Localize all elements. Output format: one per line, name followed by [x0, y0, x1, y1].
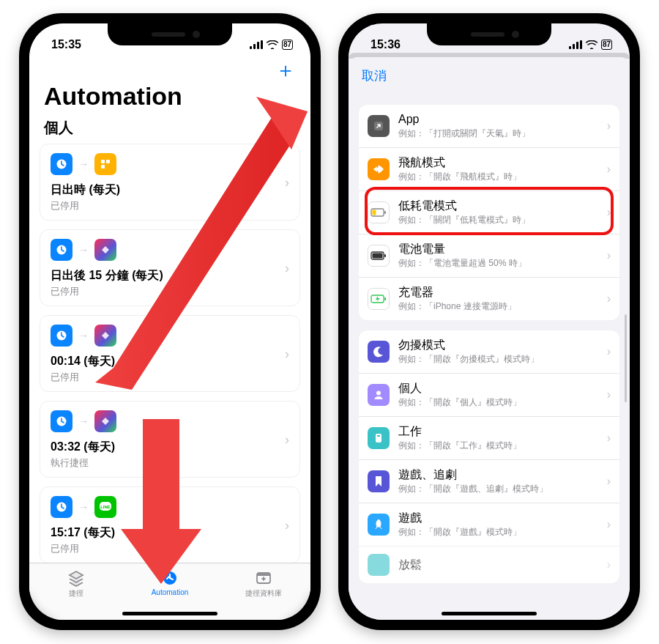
home-indicator[interactable]	[122, 612, 217, 615]
airplane-icon	[368, 158, 390, 180]
trigger-picker-sheet: 取消 App例如：「打開或關閉『天氣』時」 › 飛航模式例如：「開啟『飛航模式』…	[349, 57, 630, 620]
row-title: 個人	[398, 381, 598, 396]
automation-title: 03:32 (每天)	[51, 440, 289, 455]
tab-gallery[interactable]: 捷徑資料庫	[217, 569, 310, 599]
cancel-button[interactable]: 取消	[349, 57, 630, 95]
chevron-right-icon: ›	[285, 346, 289, 361]
row-title: App	[398, 112, 598, 127]
line-app-icon: LINE	[94, 496, 116, 518]
row-title: 工作	[398, 424, 598, 439]
stack-icon	[67, 569, 86, 587]
arrow-right-icon: →	[78, 244, 89, 256]
trigger-list[interactable]: App例如：「打開或關閉『天氣』時」 › 飛航模式例如：「開啟『飛航模式』時」 …	[349, 95, 630, 620]
row-title: 遊戲	[398, 511, 598, 525]
automation-card[interactable]: → 日出時 (每天) 已停用 ›	[40, 144, 300, 221]
svg-rect-22	[573, 44, 575, 49]
shortcuts-app-icon	[94, 239, 116, 261]
clock-icon	[51, 410, 72, 432]
section-personal: 個人	[29, 114, 310, 144]
automation-card[interactable]: → 03:32 (每天) 執行捷徑 ›	[40, 401, 300, 478]
trigger-row-game[interactable]: 遊戲例如：「開啟『遊戲』模式時」 ›	[359, 503, 619, 546]
svg-rect-24	[580, 40, 582, 49]
svg-rect-21	[569, 46, 571, 49]
trigger-row-game-drama[interactable]: 遊戲、追劇例如：「開啟『遊戲、追劇』模式時」 ›	[359, 459, 619, 503]
trigger-row-personal[interactable]: 個人例如：「開啟『個人』模式時」 ›	[359, 373, 619, 416]
badge-icon	[368, 427, 390, 449]
chevron-right-icon: ›	[607, 475, 611, 488]
rocket-icon	[368, 514, 390, 536]
row-title: 遊戲、追劇	[398, 467, 598, 482]
automation-title: 00:14 (每天)	[51, 354, 289, 369]
app-icon	[94, 153, 116, 175]
row-subtitle: 例如：「iPhone 連接電源時」	[398, 300, 598, 313]
trigger-row-battery-level[interactable]: 電池電量例如：「電池電量超過 50% 時」 ›	[359, 234, 619, 277]
signal-icon	[250, 40, 263, 49]
tab-shortcuts[interactable]: 捷徑	[30, 569, 123, 599]
chevron-right-icon: ›	[607, 206, 611, 219]
trigger-row-airplane[interactable]: 飛航模式例如：「開啟『飛航模式』時」 ›	[359, 147, 619, 190]
chevron-right-icon: ›	[607, 432, 611, 445]
automation-card[interactable]: → 00:14 (每天) 已停用 ›	[40, 315, 300, 392]
row-subtitle: 例如：「電池電量超過 50% 時」	[398, 257, 598, 270]
clock-icon	[51, 153, 72, 175]
signal-icon	[569, 40, 582, 49]
trigger-row-relax[interactable]: 放鬆 ›	[359, 546, 619, 583]
row-subtitle: 例如：「開啟『遊戲』模式時」	[398, 526, 598, 538]
automation-card[interactable]: → 日出後 15 分鐘 (每天) 已停用 ›	[40, 229, 300, 306]
svg-text:LINE: LINE	[100, 505, 111, 509]
row-subtitle: 例如：「打開或關閉『天氣』時」	[398, 127, 598, 140]
row-subtitle: 例如：「開啟『工作』模式時」	[398, 440, 598, 452]
svg-rect-33	[384, 297, 386, 300]
wifi-icon	[586, 40, 597, 49]
chevron-right-icon: ›	[607, 249, 611, 262]
automation-subtitle: 已停用	[51, 285, 289, 298]
svg-rect-35	[376, 434, 381, 443]
wifi-icon	[267, 40, 278, 49]
svg-rect-6	[106, 160, 110, 163]
shortcuts-app-icon	[94, 410, 116, 432]
chevron-right-icon: ›	[607, 558, 611, 571]
battery-level-icon	[368, 245, 390, 267]
automation-card[interactable]: → LINE 15:17 (每天) 已停用 ›	[40, 486, 300, 563]
chevron-right-icon: ›	[607, 119, 611, 133]
add-automation-button[interactable]: ＋	[275, 60, 296, 81]
tab-label: 捷徑資料庫	[245, 588, 282, 599]
bookmark-icon	[368, 470, 390, 492]
battery-indicator: 87	[601, 40, 612, 50]
row-subtitle: 例如：「開啟『飛航模式』時」	[398, 171, 598, 183]
svg-rect-5	[101, 160, 105, 163]
row-title: 充電器	[398, 285, 598, 300]
person-icon	[368, 384, 390, 406]
svg-rect-31	[373, 253, 383, 259]
automation-title: 日出時 (每天)	[51, 182, 289, 198]
automation-subtitle: 已停用	[51, 542, 289, 555]
trigger-row-low-power[interactable]: 低耗電模式例如：「關閉『低耗電模式』時」 ›	[359, 190, 619, 234]
svg-rect-16	[257, 573, 270, 576]
automation-subtitle: 已停用	[51, 199, 289, 212]
shortcuts-app-icon	[94, 325, 116, 347]
trigger-row-charger[interactable]: 充電器例如：「iPhone 連接電源時」 ›	[359, 277, 619, 320]
gallery-icon	[254, 569, 273, 587]
row-title: 飛航模式	[398, 155, 598, 170]
chevron-right-icon: ›	[607, 163, 611, 176]
svg-rect-1	[253, 44, 256, 49]
chevron-right-icon: ›	[607, 388, 611, 401]
scrollbar[interactable]	[625, 314, 627, 402]
chevron-right-icon: ›	[285, 432, 289, 447]
arrow-right-icon: →	[78, 158, 89, 170]
automation-list[interactable]: → 日出時 (每天) 已停用 › → 日出後 15 分鐘 (每天) 已停用 ›	[29, 144, 310, 563]
trigger-row-dnd[interactable]: 勿擾模式例如：「開啟『勿擾模式』模式時」 ›	[359, 330, 619, 373]
row-title: 低耗電模式	[398, 199, 598, 213]
trigger-row-work[interactable]: 工作例如：「開啟『工作』模式時」 ›	[359, 416, 619, 459]
svg-rect-23	[576, 42, 578, 49]
chevron-right-icon: ›	[607, 345, 611, 358]
arrow-right-icon: →	[78, 415, 89, 427]
trigger-row-app[interactable]: App例如：「打開或關閉『天氣』時」 ›	[359, 105, 619, 147]
battery-indicator: 87	[282, 40, 293, 50]
tab-automation[interactable]: Automation	[124, 569, 217, 596]
svg-rect-27	[384, 211, 386, 214]
page-title: Automation	[29, 81, 310, 114]
home-indicator[interactable]	[442, 612, 537, 615]
row-title: 電池電量	[398, 242, 598, 256]
tab-label: 捷徑	[69, 588, 83, 599]
